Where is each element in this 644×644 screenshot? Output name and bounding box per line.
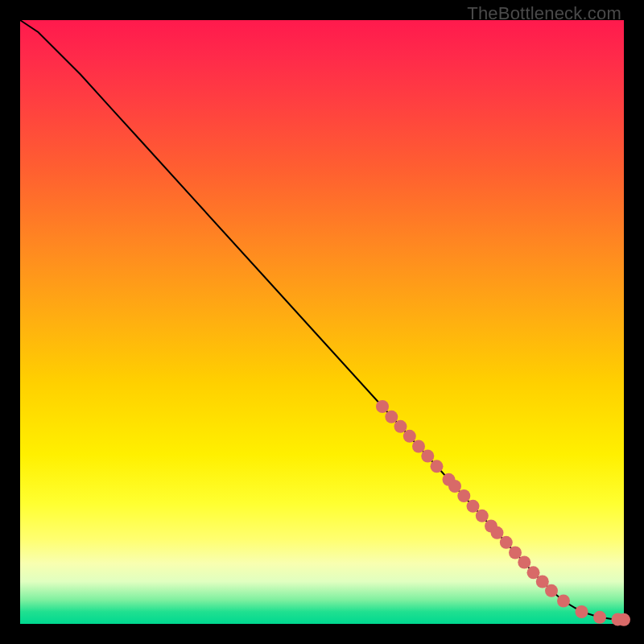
chart-marker [518,556,530,569]
chart-marker [457,489,470,502]
chart-marker [431,460,444,473]
chart-marker [467,500,480,513]
chart-markers [376,400,630,626]
chart-marker [394,420,407,433]
chart-marker [500,536,513,549]
chart-marker [593,611,606,624]
chart-overlay [20,20,624,624]
chart-marker [421,450,434,463]
chart-marker [376,400,389,413]
chart-marker [576,605,588,618]
chart-marker [385,411,398,423]
chart-marker [545,584,558,597]
chart-marker [491,526,504,539]
chart-marker [509,547,522,559]
chart-marker [403,430,416,443]
chart-marker [617,613,630,626]
chart-curve [20,20,624,620]
chart-marker [476,510,489,522]
chart-marker [557,595,570,608]
chart-marker [412,440,425,453]
chart-frame: TheBottleneck.com [0,0,644,644]
chart-marker [448,480,461,493]
